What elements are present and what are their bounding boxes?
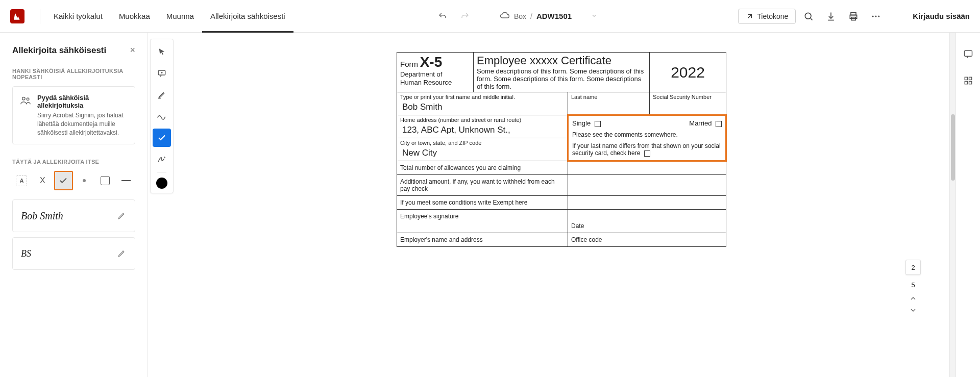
svg-point-7 xyxy=(22,97,26,100)
tab-all-tools[interactable]: Kaikki työkalut xyxy=(45,0,111,33)
svg-rect-14 xyxy=(969,82,971,84)
close-icon[interactable]: × xyxy=(130,45,135,56)
form-dept1: Department of xyxy=(400,70,442,78)
color-swatch[interactable] xyxy=(156,178,167,189)
signature-box[interactable]: Bob Smith xyxy=(12,199,135,232)
page-total: 5 xyxy=(911,277,915,292)
toolbar-divider xyxy=(157,172,166,172)
tool-x[interactable]: X xyxy=(33,171,52,190)
file-dropdown-icon[interactable] xyxy=(591,12,597,20)
row-emp-signature[interactable]: Employee's signature xyxy=(397,210,568,233)
tool-text[interactable]: A xyxy=(12,171,31,190)
request-signatures-card[interactable]: Pyydä sähköisiä allekirjoituksia Siirry … xyxy=(12,86,135,144)
row-employer: Employer's name and address xyxy=(397,233,568,247)
label-address: Home address (number and street or rural… xyxy=(400,117,565,123)
checkbox-married[interactable] xyxy=(716,121,722,127)
print-icon[interactable] xyxy=(844,7,863,26)
page-current[interactable]: 2 xyxy=(905,260,921,275)
form-dept2: Human Resource xyxy=(400,79,452,86)
card-title: Pyydä sähköisiä allekirjoituksia xyxy=(37,94,128,109)
row-date[interactable]: Date xyxy=(568,210,726,233)
value-address[interactable]: 123, ABC Apt, Unknown St., xyxy=(400,123,565,136)
topbar-right: Tietokone Kirjaudu sisään xyxy=(738,7,970,26)
value-firstname[interactable]: Bob Smith xyxy=(400,100,565,113)
form-number: X-5 xyxy=(420,54,443,70)
login-link[interactable]: Kirjaudu sisään xyxy=(913,12,970,20)
more-icon[interactable] xyxy=(866,7,886,26)
form-title: Employee xxxxx Certificate xyxy=(477,54,646,67)
section-fill-label: TÄYTÄ JA ALLEKIRJOITA ITSE xyxy=(12,159,135,165)
initials-text: BS xyxy=(21,248,31,259)
comments-icon[interactable] xyxy=(959,45,977,63)
left-panel: Allekirjoita sähköisesti × HANKI SÄHKÖIS… xyxy=(0,33,148,377)
app-logo[interactable] xyxy=(10,9,24,23)
svg-point-6 xyxy=(878,15,880,17)
breadcrumb-box[interactable]: Box xyxy=(514,12,526,20)
form-year: 2022 xyxy=(653,64,723,81)
row-allowances: Total number of allowances you are claim… xyxy=(397,161,568,175)
scrollbar[interactable] xyxy=(949,33,955,377)
search-icon[interactable] xyxy=(799,7,818,26)
svg-rect-10 xyxy=(964,51,972,56)
tool-checkmark-active[interactable] xyxy=(153,129,171,147)
pencil-icon[interactable] xyxy=(117,248,127,259)
checkbox-single[interactable] xyxy=(595,121,601,127)
tool-checkmark[interactable] xyxy=(54,171,73,190)
tool-line[interactable] xyxy=(116,171,135,190)
scrollbar-thumb[interactable] xyxy=(951,114,955,181)
svg-rect-13 xyxy=(965,82,967,84)
content: Allekirjoita sähköisesti × HANKI SÄHKÖIS… xyxy=(0,33,980,377)
document-canvas[interactable]: Form X-5 Department of Human Resource Em… xyxy=(174,33,949,377)
fill-tool-row: A X xyxy=(12,171,135,190)
label-city: City or town, state, and ZIP code xyxy=(400,140,565,146)
tool-cursor[interactable] xyxy=(153,43,171,61)
redo-button[interactable] xyxy=(457,8,473,24)
note-comments: Please see the comments somewhere. xyxy=(572,131,722,138)
page-up-icon[interactable] xyxy=(909,294,917,304)
tool-draw[interactable] xyxy=(153,107,171,125)
page-navigator: 2 5 xyxy=(905,260,921,316)
label-ssn: Social Security Number xyxy=(653,94,723,100)
page-down-icon[interactable] xyxy=(909,306,917,316)
value-city[interactable]: New City xyxy=(400,146,565,159)
svg-rect-11 xyxy=(965,77,967,80)
form-desc: Some descriptions of this form. Some des… xyxy=(477,67,646,90)
divider xyxy=(894,9,894,24)
svg-rect-12 xyxy=(969,77,971,80)
svg-point-0 xyxy=(805,13,812,19)
label-single: Single xyxy=(572,119,591,127)
breadcrumb-file[interactable]: ADW1501 xyxy=(536,12,572,20)
device-label: Tietokone xyxy=(757,12,788,20)
panel-title: Allekirjoita sähköisesti xyxy=(12,45,106,56)
breadcrumb: Box / ADW1501 xyxy=(500,10,597,22)
tab-edit[interactable]: Muokkaa xyxy=(111,0,158,33)
breadcrumb-sep: / xyxy=(530,12,532,20)
card-desc: Siirry Acrobat Signiin, jos haluat lähet… xyxy=(37,111,128,137)
device-button[interactable]: Tietokone xyxy=(738,9,796,24)
tool-comment[interactable] xyxy=(153,64,171,83)
section-get-label: HANKI SÄHKÖISIÄ ALLEKIRJOITUKSIA NOPEAST… xyxy=(12,68,135,80)
label-firstname: Type or print your first name and middle… xyxy=(400,94,565,100)
row-exempt: If you meet some conditions write Exempt… xyxy=(397,196,568,210)
pencil-icon[interactable] xyxy=(117,211,127,221)
label-married: Married xyxy=(689,119,712,127)
cloud-icon xyxy=(500,10,510,22)
tool-sign[interactable] xyxy=(153,150,171,168)
apps-icon[interactable] xyxy=(959,71,977,90)
tool-highlight[interactable] xyxy=(153,86,171,104)
menu-tabs: Kaikki työkalut Muokkaa Muunna Allekirjo… xyxy=(45,0,293,33)
vertical-toolbar xyxy=(150,39,174,193)
initials-box[interactable]: BS xyxy=(12,237,135,270)
download-icon[interactable] xyxy=(821,7,841,26)
svg-point-8 xyxy=(27,98,29,100)
tab-convert[interactable]: Muunna xyxy=(158,0,202,33)
topbar: Kaikki työkalut Muokkaa Muunna Allekirjo… xyxy=(0,0,980,33)
tab-esign[interactable]: Allekirjoita sähköisesti xyxy=(202,0,293,33)
signature-text: Bob Smith xyxy=(21,210,63,222)
tool-rectangle[interactable] xyxy=(95,171,114,190)
tool-dot[interactable] xyxy=(75,171,94,190)
form-document: Form X-5 Department of Human Resource Em… xyxy=(397,52,726,377)
undo-button[interactable] xyxy=(434,8,451,24)
checkbox-lastname-diff[interactable] xyxy=(644,150,650,157)
svg-point-4 xyxy=(872,15,874,17)
